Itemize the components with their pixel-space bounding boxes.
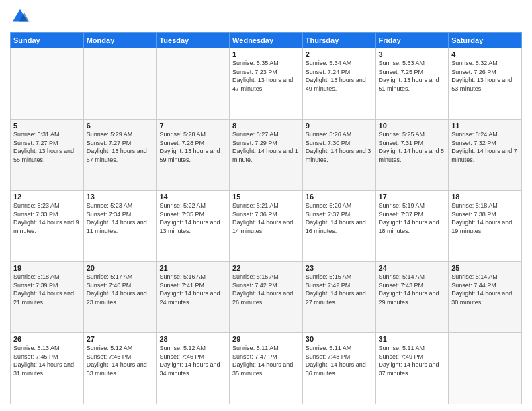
day-cell-25: 25Sunrise: 5:14 AMSunset: 7:44 PMDayligh… — [449, 262, 522, 333]
day-number: 23 — [306, 264, 373, 272]
day-cell-2: 2Sunrise: 5:34 AMSunset: 7:24 PMDaylight… — [302, 48, 375, 120]
week-row-5: 26Sunrise: 5:13 AMSunset: 7:45 PMDayligh… — [11, 333, 522, 404]
day-number: 27 — [87, 335, 154, 343]
day-info: Sunrise: 5:22 AMSunset: 7:35 PMDaylight:… — [159, 201, 226, 235]
day-info: Sunrise: 5:33 AMSunset: 7:25 PMDaylight:… — [379, 59, 446, 93]
day-cell-22: 22Sunrise: 5:15 AMSunset: 7:42 PMDayligh… — [230, 262, 303, 333]
day-number: 25 — [451, 264, 519, 272]
day-info: Sunrise: 5:12 AMSunset: 7:46 PMDaylight:… — [87, 344, 154, 377]
page: SundayMondayTuesdayWednesdayThursdayFrid… — [0, 0, 532, 411]
day-number: 14 — [159, 193, 226, 201]
day-number: 4 — [451, 50, 519, 58]
day-info: Sunrise: 5:13 AMSunset: 7:45 PMDaylight:… — [13, 344, 81, 377]
day-info: Sunrise: 5:21 AMSunset: 7:36 PMDaylight:… — [232, 201, 300, 235]
day-number: 16 — [306, 193, 373, 201]
day-number: 11 — [451, 122, 519, 130]
day-info: Sunrise: 5:20 AMSunset: 7:37 PMDaylight:… — [306, 201, 373, 235]
day-info: Sunrise: 5:27 AMSunset: 7:29 PMDaylight:… — [232, 130, 300, 164]
logo-icon — [10, 7, 30, 27]
day-info: Sunrise: 5:26 AMSunset: 7:30 PMDaylight:… — [306, 130, 373, 164]
day-number: 13 — [87, 193, 154, 201]
empty-cell — [157, 48, 230, 120]
day-number: 9 — [306, 122, 373, 130]
empty-cell — [11, 48, 84, 120]
day-cell-19: 19Sunrise: 5:18 AMSunset: 7:39 PMDayligh… — [11, 262, 84, 333]
day-info: Sunrise: 5:25 AMSunset: 7:31 PMDaylight:… — [379, 130, 446, 164]
week-row-1: 1Sunrise: 5:35 AMSunset: 7:23 PMDaylight… — [11, 48, 522, 120]
day-info: Sunrise: 5:18 AMSunset: 7:39 PMDaylight:… — [13, 273, 81, 306]
day-number: 1 — [232, 50, 300, 58]
day-number: 2 — [306, 50, 373, 58]
day-info: Sunrise: 5:16 AMSunset: 7:41 PMDaylight:… — [159, 273, 226, 306]
day-header-monday: Monday — [83, 33, 157, 48]
day-cell-5: 5Sunrise: 5:31 AMSunset: 7:27 PMDaylight… — [11, 120, 84, 191]
empty-cell — [449, 333, 522, 404]
day-info: Sunrise: 5:23 AMSunset: 7:33 PMDaylight:… — [13, 201, 81, 235]
day-cell-18: 18Sunrise: 5:18 AMSunset: 7:38 PMDayligh… — [449, 191, 522, 262]
week-row-3: 12Sunrise: 5:23 AMSunset: 7:33 PMDayligh… — [11, 191, 522, 262]
day-info: Sunrise: 5:32 AMSunset: 7:26 PMDaylight:… — [451, 59, 519, 93]
day-cell-27: 27Sunrise: 5:12 AMSunset: 7:46 PMDayligh… — [83, 333, 157, 404]
day-cell-16: 16Sunrise: 5:20 AMSunset: 7:37 PMDayligh… — [302, 191, 375, 262]
day-info: Sunrise: 5:18 AMSunset: 7:38 PMDaylight:… — [451, 201, 519, 235]
day-cell-6: 6Sunrise: 5:29 AMSunset: 7:27 PMDaylight… — [83, 120, 157, 191]
day-number: 12 — [13, 193, 81, 201]
day-info: Sunrise: 5:11 AMSunset: 7:48 PMDaylight:… — [306, 344, 373, 377]
day-cell-1: 1Sunrise: 5:35 AMSunset: 7:23 PMDaylight… — [230, 48, 303, 120]
day-header-friday: Friday — [375, 33, 449, 48]
logo — [10, 7, 33, 27]
day-cell-24: 24Sunrise: 5:14 AMSunset: 7:43 PMDayligh… — [375, 262, 449, 333]
day-cell-15: 15Sunrise: 5:21 AMSunset: 7:36 PMDayligh… — [230, 191, 303, 262]
day-info: Sunrise: 5:23 AMSunset: 7:34 PMDaylight:… — [87, 201, 154, 235]
day-cell-23: 23Sunrise: 5:15 AMSunset: 7:42 PMDayligh… — [302, 262, 375, 333]
day-cell-28: 28Sunrise: 5:12 AMSunset: 7:46 PMDayligh… — [157, 333, 230, 404]
day-header-saturday: Saturday — [449, 33, 522, 48]
day-cell-4: 4Sunrise: 5:32 AMSunset: 7:26 PMDaylight… — [449, 48, 522, 120]
day-number: 26 — [13, 335, 81, 343]
day-info: Sunrise: 5:14 AMSunset: 7:44 PMDaylight:… — [451, 273, 519, 306]
empty-cell — [83, 48, 157, 120]
day-cell-10: 10Sunrise: 5:25 AMSunset: 7:31 PMDayligh… — [375, 120, 449, 191]
day-number: 24 — [379, 264, 446, 272]
day-number: 6 — [87, 122, 154, 130]
calendar: SundayMondayTuesdayWednesdayThursdayFrid… — [10, 32, 522, 404]
day-info: Sunrise: 5:17 AMSunset: 7:40 PMDaylight:… — [87, 273, 154, 306]
header — [10, 7, 522, 27]
day-cell-17: 17Sunrise: 5:19 AMSunset: 7:37 PMDayligh… — [375, 191, 449, 262]
day-number: 10 — [379, 122, 446, 130]
day-cell-26: 26Sunrise: 5:13 AMSunset: 7:45 PMDayligh… — [11, 333, 84, 404]
day-cell-7: 7Sunrise: 5:28 AMSunset: 7:28 PMDaylight… — [157, 120, 230, 191]
day-number: 8 — [232, 122, 300, 130]
day-number: 20 — [87, 264, 154, 272]
day-info: Sunrise: 5:34 AMSunset: 7:24 PMDaylight:… — [306, 59, 373, 93]
day-number: 30 — [306, 335, 373, 343]
day-number: 31 — [379, 335, 446, 343]
day-number: 19 — [13, 264, 81, 272]
day-header-wednesday: Wednesday — [230, 33, 303, 48]
day-cell-11: 11Sunrise: 5:24 AMSunset: 7:32 PMDayligh… — [449, 120, 522, 191]
day-cell-14: 14Sunrise: 5:22 AMSunset: 7:35 PMDayligh… — [157, 191, 230, 262]
day-number: 22 — [232, 264, 300, 272]
day-cell-20: 20Sunrise: 5:17 AMSunset: 7:40 PMDayligh… — [83, 262, 157, 333]
day-info: Sunrise: 5:24 AMSunset: 7:32 PMDaylight:… — [451, 130, 519, 164]
day-info: Sunrise: 5:28 AMSunset: 7:28 PMDaylight:… — [159, 130, 226, 164]
day-number: 28 — [159, 335, 226, 343]
day-number: 15 — [232, 193, 300, 201]
day-info: Sunrise: 5:12 AMSunset: 7:46 PMDaylight:… — [159, 344, 226, 377]
day-cell-13: 13Sunrise: 5:23 AMSunset: 7:34 PMDayligh… — [83, 191, 157, 262]
day-info: Sunrise: 5:31 AMSunset: 7:27 PMDaylight:… — [13, 130, 81, 164]
day-info: Sunrise: 5:35 AMSunset: 7:23 PMDaylight:… — [232, 59, 300, 93]
day-cell-21: 21Sunrise: 5:16 AMSunset: 7:41 PMDayligh… — [157, 262, 230, 333]
day-cell-30: 30Sunrise: 5:11 AMSunset: 7:48 PMDayligh… — [302, 333, 375, 404]
day-info: Sunrise: 5:15 AMSunset: 7:42 PMDaylight:… — [306, 273, 373, 306]
day-number: 7 — [159, 122, 226, 130]
day-header-sunday: Sunday — [11, 33, 84, 48]
day-number: 17 — [379, 193, 446, 201]
week-row-2: 5Sunrise: 5:31 AMSunset: 7:27 PMDaylight… — [11, 120, 522, 191]
day-cell-9: 9Sunrise: 5:26 AMSunset: 7:30 PMDaylight… — [302, 120, 375, 191]
week-row-4: 19Sunrise: 5:18 AMSunset: 7:39 PMDayligh… — [11, 262, 522, 333]
day-header-tuesday: Tuesday — [157, 33, 230, 48]
day-info: Sunrise: 5:15 AMSunset: 7:42 PMDaylight:… — [232, 273, 300, 306]
day-cell-29: 29Sunrise: 5:11 AMSunset: 7:47 PMDayligh… — [230, 333, 303, 404]
day-number: 3 — [379, 50, 446, 58]
